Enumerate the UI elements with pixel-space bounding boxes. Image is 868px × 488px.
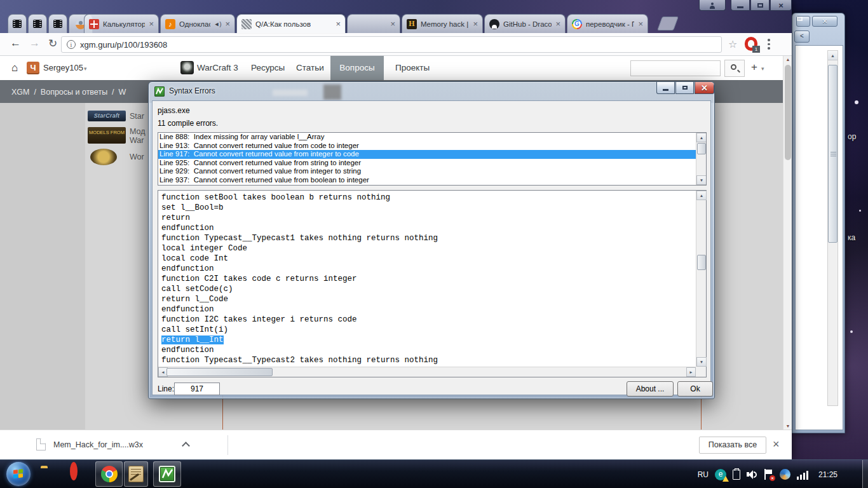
pinned-tab-video[interactable] [48,14,67,33]
about-button[interactable]: About ... [627,381,674,396]
download-filename[interactable]: Mem_Hack_for_im....w3x [53,440,143,449]
show-all-downloads-button[interactable]: Показать все [699,437,766,454]
error-row[interactable]: Line 929: Cannot convert returned value … [158,167,696,176]
site-home-icon[interactable]: ⌂ [11,62,18,74]
nav-resources[interactable]: Ресурсы [251,56,285,80]
nav-articles[interactable]: Статьи [296,56,324,80]
start-button[interactable] [6,462,31,486]
code-vertical-scrollbar[interactable]: ▲ ▼ [696,191,706,367]
nav-projects[interactable]: Проекты [395,56,430,80]
scrollbar-thumb[interactable] [828,65,837,243]
taskbar-chrome-button[interactable] [95,461,123,487]
ok-button[interactable]: Ok [677,381,713,396]
scrollbar-thumb[interactable] [166,368,273,376]
site-search-input[interactable] [630,60,721,76]
taskbar-jasshelper-button[interactable] [153,461,181,487]
code-text[interactable]: function setBool takes boolean b returns… [158,191,696,367]
breadcrumb[interactable]: XGM / Вопросы и ответы / W [11,88,126,97]
scroll-right-icon[interactable]: ► [686,367,696,377]
scrollbar-thumb[interactable] [697,143,706,154]
page-scrollbar[interactable]: ▲ ▼ [783,56,792,430]
chevron-up-icon[interactable] [182,442,190,450]
profile-button[interactable] [699,0,726,11]
tab-odnoklassniki[interactable]: ♪ Одноклассни ◄) × [160,14,235,33]
close-icon[interactable]: ✕ [812,16,837,27]
minimize-button[interactable] [731,0,750,11]
tab-qa-active[interactable]: Q/A:Как пользов × [236,14,346,33]
reload-icon[interactable]: ↻ [48,37,57,50]
tab-github[interactable]: GitHub - DracoL1 × [484,14,566,33]
chevron-down-icon[interactable]: ▾ [84,65,87,72]
scrollbar-thumb[interactable] [697,255,706,270]
pinned-tab-video[interactable] [28,14,47,33]
dialog-close-button[interactable]: ✕ [695,82,714,94]
sidebar-item-label[interactable]: Wor [130,152,144,161]
tab-close-icon[interactable]: × [225,20,230,28]
close-button[interactable]: × [770,0,792,11]
show-desktop-button[interactable] [862,460,868,488]
starcraft-logo[interactable]: StarCraft [88,111,126,121]
error-row[interactable]: Line 888: Index missing for array variab… [158,133,696,142]
desktop-icon-label[interactable]: ор [848,132,856,141]
clock[interactable]: 21:25 [818,470,837,479]
add-button[interactable]: + [751,61,757,74]
code-horizontal-scrollbar[interactable]: ◄ ► [158,367,696,377]
antivirus-warning-icon[interactable]: e [715,469,726,480]
page-info-icon[interactable]: i [67,40,76,49]
nav-warcraft3[interactable]: WarCraft 3 [197,56,238,80]
sidebar-item-label[interactable]: War [130,136,144,145]
nav-questions-active[interactable]: Вопросы [330,56,384,80]
scroll-up-icon[interactable]: ▲ [696,191,707,200]
code-area[interactable]: function setBool takes boolean b returns… [158,190,707,377]
scroll-up-icon[interactable]: ▲ [828,51,837,60]
line-number-field[interactable]: 917 [174,383,220,395]
tab-audio-icon[interactable]: ◄) [214,21,222,27]
background-window[interactable]: ✕ < ▲ [792,13,845,433]
error-row-selected[interactable]: Line 917: Cannot convert returned value … [158,150,696,159]
url-text[interactable]: xgm.guru/p/100/193608 [80,40,167,50]
scrollbar-thumb[interactable] [785,65,791,160]
models-logo[interactable]: MODELS FROM [88,127,126,144]
tab-close-icon[interactable]: × [390,20,395,28]
dialog-minimize-button[interactable] [656,82,675,94]
pinned-tab-video[interactable] [8,14,27,33]
tab-close-icon[interactable]: × [638,20,643,28]
action-center-flag-icon[interactable]: × [764,469,773,480]
username[interactable]: Sergey105 [43,63,83,72]
dialog-maximize-button[interactable] [675,82,694,94]
tab-untitled[interactable]: × [347,14,400,33]
scroll-down-icon[interactable]: ▼ [696,357,707,367]
background-window-scrollbar[interactable]: ▲ [827,50,838,406]
scroll-down-icon[interactable]: ▼ [783,424,792,428]
maximize-button[interactable] [750,0,770,11]
error-row[interactable]: Line 937: Cannot convert returned value … [158,176,696,185]
tab-translator[interactable]: переводчик - По × [567,14,648,33]
taskbar-worldedit-button[interactable] [124,461,148,487]
back-icon[interactable]: ← [10,37,21,50]
network-signal-icon[interactable] [797,470,808,480]
tab-close-icon[interactable]: × [149,20,154,28]
taskbar-opera-button[interactable] [70,466,78,477]
browser-menu-icon[interactable] [768,39,770,51]
volume-icon[interactable] [747,470,757,480]
address-bar[interactable]: i xgm.guru/p/100/193608 [61,36,722,53]
scroll-up-icon[interactable]: ▲ [696,133,707,142]
tab-close-icon[interactable]: × [555,20,560,28]
dialog-titlebar[interactable]: Syntax Errors ✕ [149,82,714,100]
warcraft3-icon[interactable] [180,61,194,74]
sidebar-item-label[interactable]: Мод [130,127,146,136]
sidebar-item-label[interactable]: Star [130,112,144,121]
new-tab-button[interactable] [657,17,679,30]
user-avatar[interactable]: Ч [27,62,39,74]
error-row[interactable]: Line 913: Cannot convert returned value … [158,142,696,151]
scroll-down-icon[interactable]: ▼ [696,175,707,185]
error-row[interactable]: Line 925: Cannot convert returned value … [158,159,696,168]
wow-logo[interactable] [90,149,117,165]
desktop-icon-label[interactable]: ка [848,233,855,242]
language-indicator[interactable]: RU [698,470,709,479]
site-search-button[interactable] [724,60,745,77]
bookmark-star-icon[interactable]: ☆ [728,38,737,50]
forward-icon[interactable]: → [29,37,40,50]
error-list-scrollbar[interactable]: ▲ ▼ [696,133,706,185]
download-bar-close-icon[interactable]: × [773,438,780,451]
